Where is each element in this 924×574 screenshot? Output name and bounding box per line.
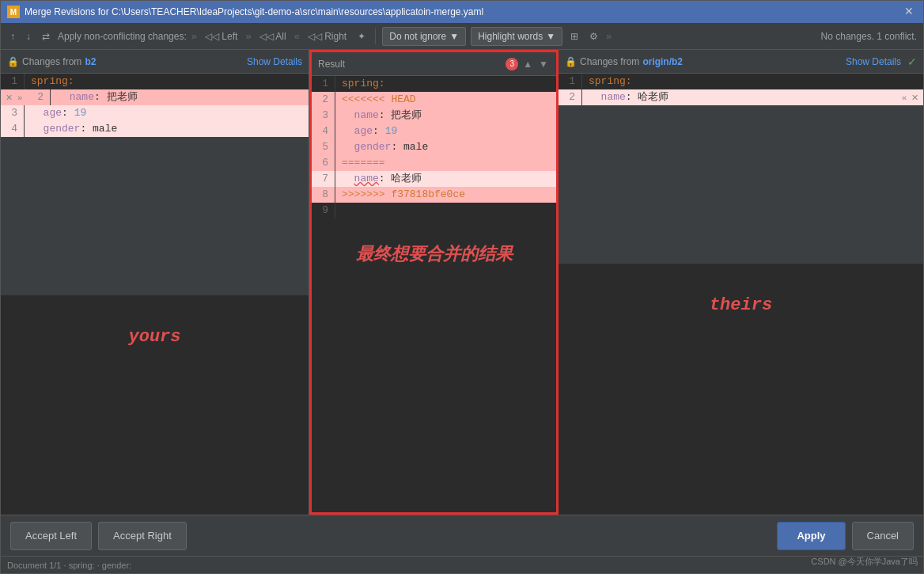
center-code-area[interactable]: 1 spring: 2 <<<<<<< HEAD 3 name: 把老师 4 a… [312, 76, 556, 512]
center-line-6: 6 ======= [312, 155, 556, 171]
do-not-ignore-chevron: ▼ [449, 31, 459, 42]
conflict-badge: 3 [506, 58, 518, 70]
left-panel-header: 🔒 Changes from b2 Show Details [1, 50, 309, 74]
main-window: M Merge Revisions for C:\Users\TEACHER\I… [0, 0, 924, 574]
left-line-empty [1, 137, 309, 295]
left-branch: b2 [85, 56, 96, 67]
refresh-button[interactable]: ⇄ [39, 29, 53, 44]
left-line-4: 4 gender: male [1, 121, 309, 137]
theirs-label: theirs [559, 264, 923, 347]
apply-left-button[interactable]: ◁◁ Left [202, 29, 240, 44]
left-line-3: 3 age: 19 [1, 105, 309, 121]
right-line-2: 2 name: 哈老师 « ✕ [559, 89, 923, 105]
apply-right-button[interactable]: ◁◁ Right [305, 29, 350, 44]
left-line-2: ✕ » 2 name: 把老师 [1, 89, 309, 105]
apply-all-button[interactable]: ◁◁ All [256, 29, 290, 44]
center-line-9: 9 [312, 203, 556, 219]
do-not-ignore-dropdown[interactable]: Do not ignore ▼ [382, 27, 466, 46]
center-line-2: 2 <<<<<<< HEAD [312, 92, 556, 108]
right-branch: origin/b2 [642, 56, 683, 67]
highlight-words-chevron: ▼ [546, 31, 555, 42]
panels-container: 🔒 Changes from b2 Show Details 1 spring:… [1, 50, 923, 515]
left-reject-button[interactable]: ✕ [4, 89, 14, 105]
right-line-empty [559, 105, 923, 264]
right-panel: 🔒 Changes from origin/b2 Show Details ✓ … [559, 50, 923, 515]
magic-button[interactable]: ✦ [354, 29, 369, 44]
center-line-4: 4 age: 19 [312, 124, 556, 139]
status-bar-text: Document 1/1 · spring: · gender: [7, 561, 131, 570]
title-bar: M Merge Revisions for C:\Users\TEACHER\I… [1, 1, 923, 23]
right-accept-button[interactable]: « [900, 89, 908, 105]
up-button[interactable]: ↑ [7, 29, 18, 44]
right-reject-button[interactable]: ✕ [910, 89, 920, 105]
right-checkmark: ✓ [907, 55, 917, 68]
separator-1 [375, 29, 376, 44]
left-panel-title: 🔒 Changes from b2 [7, 56, 96, 67]
center-panel-header: Result 3 ▲ ▼ [312, 52, 556, 76]
highlight-words-dropdown[interactable]: Highlight words ▼ [471, 27, 562, 46]
right-panel-header: 🔒 Changes from origin/b2 Show Details ✓ [559, 50, 923, 74]
nav-down-arrow[interactable]: ▼ [537, 59, 550, 70]
apply-non-conflicting-label: Apply non-conflicting changes: [58, 31, 187, 42]
right-line-1: 1 spring: [559, 74, 923, 89]
result-label: 最终想要合并的结果 [312, 219, 556, 290]
watermark: CSDN @今天你学Java了吗 [811, 556, 918, 568]
right-code-area[interactable]: 1 spring: 2 name: 哈老师 « ✕ [559, 74, 923, 515]
center-line-7: 7 name: 哈老师 [312, 171, 556, 187]
bottom-bar: Accept Left Accept Right Apply Cancel [1, 515, 923, 556]
left-show-details[interactable]: Show Details [247, 56, 302, 67]
nav-up-arrow[interactable]: ▲ [521, 59, 534, 70]
yours-label: yours [1, 295, 309, 378]
columns-icon-button[interactable]: ⊞ [567, 29, 581, 44]
cancel-button[interactable]: Cancel [852, 522, 914, 550]
right-lock-icon: 🔒 [565, 56, 577, 67]
status-text: No changes. 1 conflict. [821, 31, 917, 42]
left-code-area[interactable]: 1 spring: ✕ » 2 name: 把老师 3 age: 19 [1, 74, 309, 515]
gear-icon-button[interactable]: ⚙ [586, 29, 601, 44]
close-button[interactable]: ✕ [904, 6, 917, 18]
window-title: Merge Revisions for C:\Users\TEACHER\Ide… [25, 6, 483, 17]
center-panel: Result 3 ▲ ▼ 1 spring: 2 <<<<<<< HEAD [309, 50, 559, 515]
center-line-3: 3 name: 把老师 [312, 108, 556, 124]
right-show-details[interactable]: Show Details [846, 56, 901, 67]
status-bar: Document 1/1 · spring: · gender: CSDN @今… [1, 556, 923, 573]
apply-button[interactable]: Apply [777, 522, 845, 550]
toolbar: ↑ ↓ ⇄ Apply non-conflicting changes: » ◁… [1, 23, 923, 50]
left-panel: 🔒 Changes from b2 Show Details 1 spring:… [1, 50, 309, 515]
accept-left-button[interactable]: Accept Left [10, 522, 92, 550]
app-icon: M [7, 6, 20, 18]
left-accept-button[interactable]: » [16, 89, 24, 105]
bottom-right-buttons: Apply Cancel [777, 522, 914, 550]
do-not-ignore-label: Do not ignore [389, 31, 446, 42]
center-line-1: 1 spring: [312, 76, 556, 92]
left-line-1: 1 spring: [1, 74, 309, 89]
center-line-8: 8 >>>>>>> f37818bfe0ce [312, 187, 556, 203]
title-bar-left: M Merge Revisions for C:\Users\TEACHER\I… [7, 6, 483, 18]
result-title: Result [318, 59, 345, 70]
accept-right-button[interactable]: Accept Right [98, 522, 187, 550]
down-button[interactable]: ↓ [23, 29, 34, 44]
center-line-5: 5 gender: male [312, 139, 556, 155]
bottom-left-buttons: Accept Left Accept Right [10, 522, 187, 550]
left-lock-icon: 🔒 [7, 56, 19, 67]
right-panel-title: 🔒 Changes from origin/b2 [565, 56, 683, 67]
highlight-words-label: Highlight words [478, 31, 543, 42]
center-panel-controls: 3 ▲ ▼ [506, 58, 550, 70]
